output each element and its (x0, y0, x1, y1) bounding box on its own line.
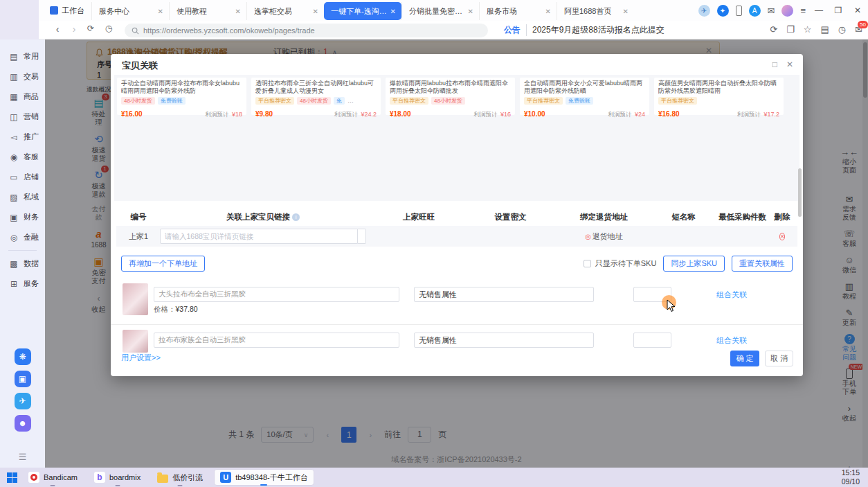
blue-app-icon[interactable]: ✦ (717, 5, 729, 17)
pinned-tab-workbench[interactable]: 工作台 (43, 0, 91, 21)
sku-name-input[interactable] (154, 287, 399, 302)
return-address-link[interactable]: 退货地址 (593, 232, 623, 240)
taskbar-folder[interactable]: 低价引流 (152, 469, 208, 486)
sidebar-item-data[interactable]: ▩数据 (0, 254, 45, 274)
modal-maximize-icon[interactable]: □ (772, 60, 777, 69)
tab-service-center[interactable]: 服务中心✕ (91, 2, 169, 20)
tab-close-icon[interactable]: ✕ (158, 8, 163, 15)
phone-link-icon[interactable] (736, 6, 742, 16)
modal-close-icon[interactable]: ✕ (786, 60, 793, 69)
taskbar-app-qianniu[interactable]: U tb498348-千牛工作台 (214, 469, 314, 486)
tab-close-icon[interactable]: ✕ (313, 8, 318, 15)
taskbar-app-bandicam[interactable]: Bandicam (23, 469, 83, 486)
hamburger-menu-icon[interactable]: ☰ (0, 452, 45, 462)
tab-close-icon[interactable]: ✕ (623, 8, 629, 15)
taskbar-clock[interactable]: 15:15 09/10 (842, 468, 868, 486)
messages-icon[interactable]: ✉50 (855, 24, 862, 35)
favorite-star-icon[interactable]: ☆ (804, 24, 812, 35)
windows-start-icon[interactable] (7, 472, 17, 483)
tab-one-click-order-active[interactable]: 一键下单-逸淘软件✕ (324, 2, 401, 20)
cancel-button[interactable]: 取 消 (765, 351, 793, 366)
tab-close-icon[interactable]: ✕ (468, 8, 473, 15)
address-bar[interactable]: https://orderwebs.yzcsoft.com/okoweb/pag… (125, 24, 488, 37)
sidebar-item-goods[interactable]: ▦商品 (0, 87, 45, 107)
tab-close-icon[interactable]: ✕ (545, 8, 551, 15)
add-address-button[interactable]: 再增加一个下单地址 (121, 256, 205, 272)
clock-icon[interactable]: ◷ (838, 24, 846, 35)
wangwang-icon[interactable]: A (749, 5, 761, 17)
announcement-text[interactable]: 2025年9月超级88活动报名点此提交 (527, 24, 664, 36)
announcement-label[interactable]: 公告 (504, 24, 527, 36)
user-settings-link[interactable]: 用户设置>> (121, 353, 161, 363)
sku-attr-input[interactable] (414, 333, 594, 348)
sidebar-item-marketing[interactable]: ◫营销 (0, 107, 45, 127)
link-input-suffix[interactable] (358, 229, 366, 244)
sync-icon[interactable]: ⟳ (770, 24, 777, 35)
forward-icon[interactable]: › (68, 24, 80, 35)
row-divider (111, 324, 803, 325)
combo-association-link[interactable]: 组合关联 (716, 335, 747, 346)
plane-app-icon[interactable]: ✈ (698, 5, 710, 17)
contact-icon[interactable]: ☻ (15, 415, 31, 432)
reload-icon[interactable]: ⟳ (84, 24, 97, 33)
tab-1688-home[interactable]: 阿里1688首页✕ (557, 2, 634, 20)
sidebar-item-private[interactable]: ▨私域 (0, 187, 45, 207)
page-icon[interactable]: ▤ (820, 24, 829, 35)
supplier-link-input[interactable] (160, 229, 358, 244)
modal-scrollbar-thumb[interactable] (798, 168, 802, 217)
sidebar-item-promotion[interactable]: ◅推广 (0, 127, 45, 147)
titlebar-corner (0, 0, 39, 39)
sidebar-item-service[interactable]: ◉客服 (0, 147, 45, 167)
sku-attr-input[interactable] (414, 287, 594, 302)
shopping-bag-icon[interactable]: ▣ (15, 371, 31, 387)
sidebar-item-services[interactable]: ⊞服务 (0, 274, 45, 294)
sku-name-input[interactable] (154, 333, 399, 348)
windows-copy-icon[interactable]: ❐ (786, 24, 795, 35)
profit: ¥24.2 (361, 111, 377, 118)
tab-close-icon[interactable]: ✕ (235, 8, 241, 15)
info-icon[interactable]: i (292, 213, 300, 221)
sidebar-item-shop[interactable]: ▭店铺 (0, 167, 45, 187)
close-button[interactable]: ✕ (851, 6, 864, 15)
tab-batch-pay[interactable]: 分销批量免密支付✕ (401, 2, 479, 20)
back-icon[interactable]: ‹ (51, 24, 64, 35)
sync-sku-button[interactable]: 同步上家SKU (663, 256, 725, 272)
browser-menu-icon[interactable]: ≡ (800, 6, 806, 16)
product-card[interactable]: 透明拉布布雨伞三折伞全自动网红labubu可爱折叠儿童成人动漫男女 平台推荐密文… (251, 78, 381, 115)
notes-icon[interactable]: ✉ (768, 6, 775, 16)
tab-close-icon[interactable]: ✕ (390, 8, 396, 15)
taskbar-app-boardmix[interactable]: b boardmix (89, 469, 146, 486)
history-icon[interactable]: ◷ (102, 24, 115, 33)
sidebar-divider (8, 250, 37, 251)
tab-yizhanggui-trade[interactable]: 逸掌柜交易✕ (246, 2, 324, 20)
product-association-modal: 宝贝关联 □ ✕ 手动全自动晴雨两用伞拉布布雨伞女labubu晴雨两用遮阳伞防紫… (111, 54, 803, 376)
only-pending-sku-checkbox[interactable] (584, 260, 591, 267)
goods-icon: ▦ (9, 92, 19, 102)
running-indicator (260, 484, 267, 486)
sidebar-item-common[interactable]: ▤常用 (0, 46, 45, 67)
sidebar-item-finance[interactable]: ▣财务 (0, 207, 45, 227)
tab-service-market[interactable]: 服务市场✕ (479, 2, 557, 20)
running-indicator (178, 485, 183, 486)
product-card[interactable]: 手动全自动晴雨两用伞拉布布雨伞女labubu晴雨两用遮阳伞防紫外线防 48小时发… (117, 78, 246, 115)
product-card[interactable]: 全自动晴雨两用伞女小众可爱labubu晴雨两用遮阳伞防紫外线防晒 平台推荐密文 … (520, 78, 649, 115)
sidebar-item-trade[interactable]: ▥交易 (0, 67, 45, 87)
reset-association-button[interactable]: 重置关联属性 (732, 256, 793, 272)
time: 15:15 (842, 468, 860, 477)
avatar[interactable] (781, 5, 793, 17)
product-card[interactable]: 爆款晴雨两用labubu拉布布雨伞晴雨遮阳伞两用折叠太阳伞防晒批发 平台推荐密文… (386, 78, 515, 115)
delete-row-icon[interactable]: ✕ (779, 233, 786, 240)
combo-association-link[interactable]: 组合关联 (716, 290, 747, 300)
folder-icon (157, 475, 168, 483)
tab-tutorial[interactable]: 使用教程✕ (169, 2, 246, 20)
only-pending-sku-label[interactable]: 只显示待下单SKU (595, 258, 657, 269)
sidebar-item-funds[interactable]: ◎金融 (0, 227, 45, 247)
price: ¥18.00 (390, 110, 411, 118)
confirm-button[interactable]: 确 定 (730, 351, 759, 366)
product-card[interactable]: 高颜值男女晴雨两用伞自动折叠太阳伞防晒防紫外线黑胶遮阳晴雨 平台推荐密文 ¥16… (654, 78, 784, 115)
maximize-button[interactable]: ❐ (832, 6, 844, 15)
sku-qty-input[interactable] (633, 333, 671, 348)
app-shortcut-1-icon[interactable]: ❋ (15, 348, 31, 365)
minimize-button[interactable]: — (813, 6, 825, 15)
paper-plane-icon[interactable]: ✈ (15, 393, 31, 409)
